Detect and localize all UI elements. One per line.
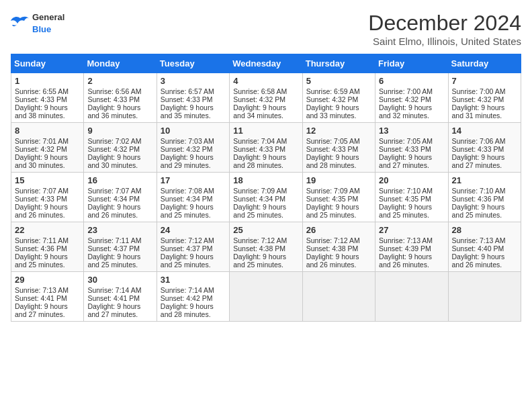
calendar-day-cell: 1 Sunrise: 6:55 AM Sunset: 4:33 PM Dayli… <box>11 73 84 123</box>
day-number: 6 <box>379 76 444 86</box>
calendar-day-cell: 17 Sunrise: 7:08 AM Sunset: 4:34 PM Dayl… <box>157 173 229 222</box>
daylight-text: Daylight: 9 hours and 36 minutes. <box>87 103 140 120</box>
calendar-day-cell: 8 Sunrise: 7:01 AM Sunset: 4:32 PM Dayli… <box>11 123 84 173</box>
calendar-day-cell: 24 Sunrise: 7:12 AM Sunset: 4:37 PM Dayl… <box>157 222 229 272</box>
day-number: 16 <box>87 175 152 185</box>
daylight-text: Daylight: 9 hours and 26 minutes. <box>15 203 68 219</box>
logo: General Blue <box>11 11 64 34</box>
daylight-text: Daylight: 9 hours and 25 minutes. <box>379 203 432 219</box>
calendar-day-cell: 21 Sunrise: 7:10 AM Sunset: 4:36 PM Dayl… <box>448 173 521 222</box>
sunrise-text: Sunrise: 7:09 AM <box>233 187 287 195</box>
calendar-day-cell: 6 Sunrise: 7:00 AM Sunset: 4:32 PM Dayli… <box>375 73 448 123</box>
day-number: 30 <box>87 275 152 285</box>
calendar-day-cell: 10 Sunrise: 7:03 AM Sunset: 4:32 PM Dayl… <box>157 123 229 173</box>
sunrise-text: Sunrise: 6:59 AM <box>306 87 360 95</box>
calendar-day-cell <box>375 272 448 322</box>
day-number: 12 <box>306 126 371 136</box>
daylight-text: Daylight: 9 hours and 26 minutes. <box>452 253 505 269</box>
day-number: 9 <box>87 126 152 136</box>
sunrise-text: Sunrise: 6:58 AM <box>233 87 287 95</box>
sunrise-text: Sunrise: 7:12 AM <box>161 236 214 244</box>
sunrise-text: Sunrise: 7:08 AM <box>161 187 214 195</box>
sunrise-text: Sunrise: 7:13 AM <box>15 286 69 294</box>
day-number: 19 <box>306 175 371 185</box>
day-number: 3 <box>161 76 226 86</box>
sunrise-text: Sunrise: 7:12 AM <box>233 236 287 244</box>
daylight-text: Daylight: 9 hours and 26 minutes. <box>306 253 359 269</box>
sunrise-text: Sunrise: 7:07 AM <box>87 187 141 195</box>
sunset-text: Sunset: 4:42 PM <box>161 294 213 302</box>
daylight-text: Daylight: 9 hours and 25 minutes. <box>161 253 214 269</box>
weekday-header: Thursday <box>302 54 375 73</box>
calendar-day-cell <box>230 272 302 322</box>
sunrise-text: Sunrise: 7:05 AM <box>306 137 360 145</box>
sunrise-text: Sunrise: 7:04 AM <box>233 137 287 145</box>
daylight-text: Daylight: 9 hours and 38 minutes. <box>15 103 68 120</box>
calendar-day-cell: 16 Sunrise: 7:07 AM Sunset: 4:34 PM Dayl… <box>84 173 157 222</box>
calendar-day-cell: 14 Sunrise: 7:06 AM Sunset: 4:33 PM Dayl… <box>448 123 521 173</box>
sunset-text: Sunset: 4:37 PM <box>87 244 140 253</box>
daylight-text: Daylight: 9 hours and 28 minutes. <box>233 153 286 169</box>
logo-bird-icon <box>11 15 30 30</box>
sunrise-text: Sunrise: 7:11 AM <box>87 236 141 244</box>
title-area: December 2024 Saint Elmo, Illinois, Unit… <box>368 11 521 47</box>
day-number: 23 <box>87 225 152 235</box>
calendar-day-cell: 27 Sunrise: 7:13 AM Sunset: 4:39 PM Dayl… <box>375 222 448 272</box>
sunrise-text: Sunrise: 7:06 AM <box>452 137 506 145</box>
calendar-day-cell <box>448 272 521 322</box>
day-number: 29 <box>15 275 80 285</box>
sunset-text: Sunset: 4:34 PM <box>87 195 140 203</box>
daylight-text: Daylight: 9 hours and 33 minutes. <box>306 103 359 120</box>
weekday-header: Sunday <box>11 54 84 73</box>
sunset-text: Sunset: 4:33 PM <box>233 145 285 153</box>
calendar-day-cell: 5 Sunrise: 6:59 AM Sunset: 4:32 PM Dayli… <box>302 73 375 123</box>
sunrise-text: Sunrise: 7:12 AM <box>306 236 360 244</box>
sunrise-text: Sunrise: 6:55 AM <box>15 87 69 95</box>
sunrise-text: Sunrise: 7:03 AM <box>161 137 214 145</box>
daylight-text: Daylight: 9 hours and 28 minutes. <box>306 153 359 169</box>
daylight-text: Daylight: 9 hours and 26 minutes. <box>87 203 140 219</box>
sunrise-text: Sunrise: 7:10 AM <box>379 187 433 195</box>
sunset-text: Sunset: 4:40 PM <box>452 244 504 253</box>
daylight-text: Daylight: 9 hours and 25 minutes. <box>233 203 286 219</box>
day-number: 13 <box>379 126 444 136</box>
calendar-day-cell: 3 Sunrise: 6:57 AM Sunset: 4:33 PM Dayli… <box>157 73 229 123</box>
calendar-day-cell: 31 Sunrise: 7:14 AM Sunset: 4:42 PM Dayl… <box>157 272 229 322</box>
sunrise-text: Sunrise: 7:09 AM <box>306 187 360 195</box>
day-number: 7 <box>452 76 517 86</box>
calendar-day-cell: 22 Sunrise: 7:11 AM Sunset: 4:36 PM Dayl… <box>11 222 84 272</box>
daylight-text: Daylight: 9 hours and 25 minutes. <box>452 203 505 219</box>
day-number: 31 <box>161 275 226 285</box>
calendar-week-row: 22 Sunrise: 7:11 AM Sunset: 4:36 PM Dayl… <box>11 222 521 272</box>
sunset-text: Sunset: 4:35 PM <box>379 195 431 203</box>
sunrise-text: Sunrise: 7:07 AM <box>15 187 69 195</box>
sunrise-text: Sunrise: 6:56 AM <box>87 87 141 95</box>
sunset-text: Sunset: 4:39 PM <box>379 244 431 253</box>
day-number: 21 <box>452 175 517 185</box>
daylight-text: Daylight: 9 hours and 25 minutes. <box>233 253 286 269</box>
sunrise-text: Sunrise: 7:14 AM <box>161 286 214 294</box>
weekday-header: Monday <box>84 54 157 73</box>
sunset-text: Sunset: 4:34 PM <box>161 195 213 203</box>
sunset-text: Sunset: 4:41 PM <box>87 294 140 302</box>
daylight-text: Daylight: 9 hours and 25 minutes. <box>306 203 359 219</box>
day-number: 11 <box>233 126 298 136</box>
daylight-text: Daylight: 9 hours and 26 minutes. <box>379 253 432 269</box>
sunset-text: Sunset: 4:35 PM <box>306 195 359 203</box>
daylight-text: Daylight: 9 hours and 32 minutes. <box>379 103 432 120</box>
sunrise-text: Sunrise: 7:00 AM <box>452 87 506 95</box>
sunset-text: Sunset: 4:32 PM <box>452 95 504 103</box>
sunset-text: Sunset: 4:33 PM <box>15 195 67 203</box>
weekday-header: Saturday <box>448 54 521 73</box>
calendar-day-cell: 19 Sunrise: 7:09 AM Sunset: 4:35 PM Dayl… <box>302 173 375 222</box>
month-title: December 2024 <box>368 11 521 36</box>
calendar-day-cell <box>302 272 375 322</box>
sunset-text: Sunset: 4:32 PM <box>233 95 285 103</box>
daylight-text: Daylight: 9 hours and 25 minutes. <box>15 253 68 269</box>
day-number: 18 <box>233 175 298 185</box>
sunset-text: Sunset: 4:32 PM <box>87 145 140 153</box>
calendar-day-cell: 11 Sunrise: 7:04 AM Sunset: 4:33 PM Dayl… <box>230 123 302 173</box>
day-number: 4 <box>233 76 298 86</box>
daylight-text: Daylight: 9 hours and 34 minutes. <box>233 103 286 120</box>
day-number: 28 <box>452 225 517 235</box>
